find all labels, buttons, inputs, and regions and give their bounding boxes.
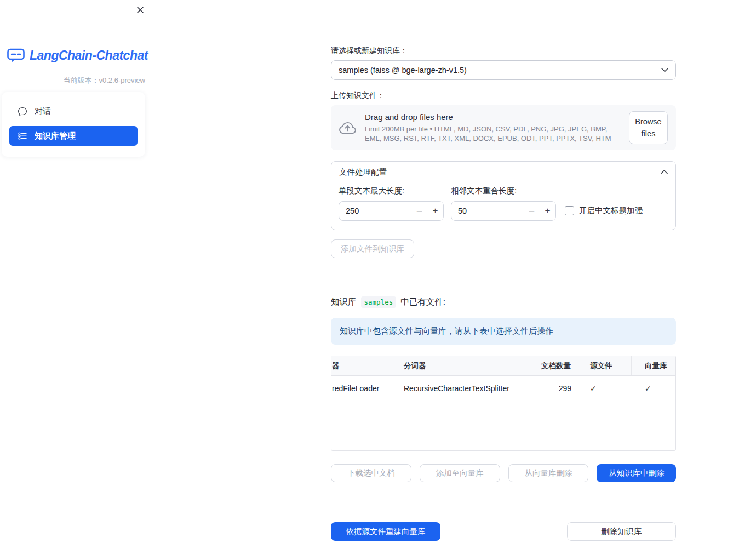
chat-icon (18, 107, 27, 116)
sidebar-item-label: 知识库管理 (35, 131, 76, 141)
chunk-size-group: 单段文本最大长度: – + (339, 186, 444, 221)
rebuild-vector-store-button[interactable]: 依据源文件重建向量库 (331, 522, 440, 541)
plus-button[interactable]: + (540, 205, 555, 216)
sidebar-menu: 对话 知识库管理 (2, 92, 145, 157)
kb-select-label: 请选择或新建知识库： (331, 46, 676, 56)
file-dropzone[interactable]: Drag and drop files here Limit 200MB per… (331, 105, 676, 150)
version-label: 当前版本：v0.2.6-preview (63, 76, 145, 85)
dropzone-text: Drag and drop files here Limit 200MB per… (365, 112, 620, 143)
info-alert: 知识库中包含源文件与向量库，请从下表中选择文件后操作 (331, 318, 676, 345)
browse-files-button[interactable]: Browse files (629, 111, 668, 145)
table-header-doc-count[interactable]: 文档数量 (519, 356, 582, 375)
cell-vector-store-check: ✓ (632, 376, 675, 401)
delete-from-kb-button[interactable]: 从知识库中删除 (597, 464, 676, 482)
delete-kb-button[interactable]: 删除知识库 (567, 522, 676, 541)
overlap-size-input[interactable] (451, 207, 524, 215)
overlap-size-label: 相邻文本重合长度: (451, 186, 556, 196)
table-header-vector-store[interactable]: 向量库 (632, 356, 675, 375)
chunk-size-input[interactable] (339, 207, 411, 215)
sidebar-item-dialogue[interactable]: 对话 (9, 101, 138, 121)
kb-bottom-actions: 依据源文件重建向量库 删除知识库 (331, 522, 676, 541)
upload-label: 上传知识文件： (331, 91, 676, 101)
kb-select[interactable]: samples (faiss @ bge-large-zh-v1.5) (331, 60, 676, 80)
overlap-size-stepper: – + (451, 201, 556, 221)
table-header-source-file[interactable]: 源文件 (582, 356, 632, 375)
download-selected-button[interactable]: 下载选中文档 (331, 464, 411, 482)
add-to-vector-store-button[interactable]: 添加至向量库 (420, 464, 500, 482)
minus-button[interactable]: – (524, 205, 540, 216)
divider (331, 504, 676, 504)
cell-splitter: RecursiveCharacterTextSplitter (394, 376, 519, 401)
overlap-size-group: 相邻文本重合长度: – + (451, 186, 556, 221)
close-icon (136, 6, 144, 14)
kb-files-heading: 知识库 samples 中已有文件: (331, 296, 676, 308)
sidebar-item-knowledge-base[interactable]: 知识库管理 (9, 126, 138, 146)
kb-files-prefix: 知识库 (331, 296, 357, 308)
main-content: 请选择或新建知识库： samples (faiss @ bge-large-zh… (331, 0, 676, 541)
app-logo: LangChain-Chatchat (7, 47, 148, 64)
expander-title: 文件处理配置 (339, 167, 387, 178)
kb-name-code: samples (361, 296, 397, 308)
table-header-splitter[interactable]: 分词器 (394, 356, 519, 375)
chunk-size-label: 单段文本最大长度: (339, 186, 444, 196)
plus-button[interactable]: + (427, 205, 443, 216)
chatchat-logo-icon (7, 47, 25, 64)
app-logo-text: LangChain-Chatchat (30, 48, 148, 63)
cell-doc-count: 299 (519, 376, 582, 401)
file-actions-row: 下载选中文档 添加至向量库 从向量库删除 从知识库中删除 (331, 464, 676, 482)
dropzone-hint: Limit 200MB per file • HTML, MD, JSON, C… (365, 124, 620, 143)
chevron-down-icon (661, 68, 668, 72)
zh-title-checkbox-field[interactable]: 开启中文标题加强 (565, 205, 643, 216)
divider (331, 281, 676, 281)
expander-header[interactable]: 文件处理配置 (331, 162, 675, 182)
delete-from-vector-store-button[interactable]: 从向量库删除 (508, 464, 589, 482)
table-row[interactable]: redFileLoader RecursiveCharacterTextSpli… (331, 376, 675, 401)
cell-source-file-check: ✓ (582, 376, 632, 401)
cloud-upload-icon (339, 121, 356, 135)
app-root: LangChain-Chatchat 当前版本：v0.2.6-preview 对… (0, 0, 756, 549)
file-config-expander: 文件处理配置 单段文本最大长度: – + 相邻文本重合长度: (331, 161, 676, 230)
chunk-size-stepper: – + (339, 201, 444, 221)
kb-files-suffix: 中已有文件: (400, 296, 445, 308)
sidebar: LangChain-Chatchat 当前版本：v0.2.6-preview 对… (0, 0, 153, 549)
table-header-row: 器 分词器 文档数量 源文件 向量库 (331, 356, 675, 376)
chevron-up-icon (661, 170, 668, 174)
cell-loader: redFileLoader (331, 376, 394, 401)
sidebar-close-button[interactable] (135, 4, 146, 15)
zh-title-checkbox-label: 开启中文标题加强 (579, 205, 643, 216)
sidebar-item-label: 对话 (35, 106, 51, 117)
dropzone-title: Drag and drop files here (365, 112, 620, 122)
table-header-loader[interactable]: 器 (331, 356, 394, 375)
minus-button[interactable]: – (411, 205, 427, 216)
list-icon (18, 131, 27, 140)
table-empty-area (331, 401, 675, 450)
checkbox-icon[interactable] (565, 206, 574, 215)
kb-select-value: samples (faiss @ bge-large-zh-v1.5) (339, 66, 467, 75)
files-table: 器 分词器 文档数量 源文件 向量库 redFileLoader Recursi… (331, 356, 676, 451)
expander-body: 单段文本最大长度: – + 相邻文本重合长度: – + (331, 182, 675, 230)
add-files-to-kb-button[interactable]: 添加文件到知识库 (331, 239, 414, 258)
